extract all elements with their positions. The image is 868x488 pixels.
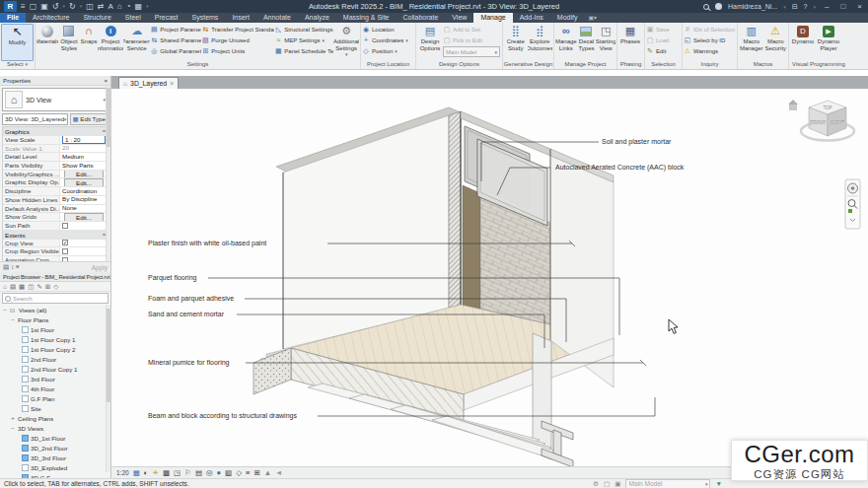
app-store-icon[interactable]: ⊟ bbox=[792, 3, 798, 11]
undo-caret-icon[interactable]: ▾ bbox=[63, 1, 66, 12]
panel-label-manage-project[interactable]: Manage Project bbox=[554, 60, 616, 69]
panel-label-select[interactable]: Select ▾ bbox=[0, 60, 35, 69]
panel-label-project-location[interactable]: Project Location bbox=[361, 60, 415, 69]
browser-add-icon[interactable]: ⊞ bbox=[45, 283, 50, 291]
help-caret-icon[interactable]: ▾ bbox=[814, 4, 817, 10]
section-graphics[interactable]: Graphics^ bbox=[3, 127, 108, 136]
view-cube-home-icon[interactable] bbox=[788, 100, 798, 105]
dynamo-button[interactable]: D Dynamo bbox=[790, 24, 816, 61]
view-tab-3d-layered[interactable]: ⌂ 3D_Layered × bbox=[118, 77, 179, 89]
model-view[interactable]: TOP FRONT RIGHT bbox=[111, 89, 868, 466]
browser-columns-icon[interactable]: ◫ bbox=[28, 283, 34, 291]
annotation-parquet[interactable]: Parquet flooring bbox=[148, 274, 196, 281]
properties-scrollbar[interactable] bbox=[106, 86, 110, 261]
tree-item-floor-plan[interactable]: G.F Plan bbox=[0, 393, 110, 403]
tree-item-3d-view[interactable]: 3D_3rd Floor bbox=[0, 453, 110, 462]
annotation-beam-block[interactable]: Beam and block according to structural d… bbox=[148, 412, 297, 419]
global-parameters-button[interactable]: ◎Global Parameters bbox=[150, 45, 201, 56]
project-browser-close-icon[interactable]: × bbox=[109, 272, 110, 281]
mep-settings-button[interactable]: ≈MEP Settings▾ bbox=[274, 35, 333, 45]
section-extents[interactable]: Extents^ bbox=[3, 231, 108, 240]
user-caret-icon[interactable]: ▾ bbox=[783, 4, 786, 10]
help-icon[interactable]: ? bbox=[804, 3, 808, 10]
panel-label-phasing[interactable]: Phasing bbox=[617, 60, 644, 69]
apply-button[interactable]: Apply bbox=[92, 264, 108, 271]
visual-style-icon[interactable]: ◐ bbox=[144, 467, 149, 478]
project-information-button[interactable]: i Project Information bbox=[98, 24, 123, 61]
view-options-icon[interactable]: ⊞ bbox=[253, 467, 259, 478]
shared-parameters-button[interactable]: ⇆Shared Parameters bbox=[150, 35, 201, 45]
panel-label-macros[interactable]: Macros bbox=[738, 60, 788, 69]
panel-schedule-templates-button[interactable]: ▦Panel Schedule Templates▾ bbox=[274, 45, 333, 56]
tree-item-floor-plan[interactable]: 1st Floor Copy 2 bbox=[0, 344, 110, 354]
macro-security-button[interactable]: ⚠ Macro Security bbox=[763, 24, 787, 61]
create-study-button[interactable]: ⣿ Create Study bbox=[504, 24, 528, 61]
edit-selection-button[interactable]: ✎Edit bbox=[646, 45, 681, 56]
sun-path-icon[interactable]: ☀ bbox=[152, 467, 159, 478]
tree-item-3d-view[interactable]: 3D_1st Floor bbox=[0, 433, 110, 443]
save-icon[interactable]: ▣ bbox=[40, 1, 48, 12]
show-grids-edit-button[interactable]: Edit... bbox=[64, 213, 104, 221]
panel-label-selection[interactable]: Selection bbox=[645, 60, 682, 69]
tab-analyze[interactable]: Analyze bbox=[298, 13, 336, 23]
tree-item-floor-plan[interactable]: 3rd Floor bbox=[0, 374, 110, 383]
redo-caret-icon[interactable]: ▾ bbox=[80, 1, 83, 12]
show-hidden-lines-value[interactable]: By Discipline bbox=[60, 196, 108, 204]
browser-scrollbar[interactable] bbox=[106, 305, 110, 472]
properties-close-icon[interactable]: × bbox=[104, 76, 108, 85]
warnings-button[interactable]: ⚠Warnings bbox=[684, 45, 736, 56]
browser-edit-icon[interactable]: ✎ bbox=[36, 283, 41, 291]
tab-view[interactable]: View bbox=[445, 13, 473, 23]
view-cube[interactable]: TOP FRONT RIGHT bbox=[788, 100, 854, 141]
tree-item-floor-plan[interactable]: 1st Floor Copy 1 bbox=[0, 334, 110, 344]
tab-massing-site[interactable]: Massing & Site bbox=[336, 13, 397, 23]
additional-settings-button[interactable]: ⚙ Additional Settings▾ bbox=[333, 24, 359, 61]
analytical-model-icon[interactable]: ▧ bbox=[225, 467, 232, 478]
design-options-status-icon[interactable]: ▣ bbox=[615, 480, 620, 488]
panel-label-design-options[interactable]: Design Options bbox=[416, 60, 502, 69]
crop-region-visible-checkbox[interactable] bbox=[62, 248, 68, 254]
annotation-soil-plaster[interactable]: Soil and plaster mortar bbox=[602, 138, 671, 145]
constraints-icon[interactable]: ◇ bbox=[236, 467, 242, 478]
browser-grid-icon[interactable]: ▦ bbox=[19, 283, 25, 291]
tree-item-floor-plan[interactable]: Site bbox=[0, 403, 110, 413]
transfer-project-standards-button[interactable]: ⇆Transfer Project Standards bbox=[201, 24, 274, 35]
active-design-option-select[interactable]: Main Model▾ bbox=[443, 46, 500, 57]
tree-item-3d-view[interactable]: 3D_Exploded bbox=[0, 462, 110, 472]
tab-collaborate[interactable]: Collaborate bbox=[397, 13, 446, 23]
graphic-display-edit-button[interactable]: Edit... bbox=[64, 178, 104, 186]
show-crop-region-icon[interactable]: ⚐ bbox=[184, 467, 191, 478]
temporary-hide-icon[interactable]: ▤ bbox=[195, 467, 202, 478]
browser-home-icon[interactable]: ⌂ bbox=[3, 283, 7, 290]
decal-types-button[interactable]: Decal Types bbox=[577, 24, 597, 61]
app-icon[interactable]: R bbox=[4, 1, 17, 12]
editable-only-icon[interactable]: ▢ bbox=[604, 480, 610, 488]
crop-view-checkbox[interactable]: ✓ bbox=[62, 240, 68, 245]
browser-search[interactable]: Search bbox=[2, 293, 108, 304]
active-design-option-status-select[interactable]: Main Model▾ bbox=[625, 479, 710, 488]
tree-item-3d-views[interactable]: −3D Views bbox=[0, 423, 110, 433]
macro-manager-button[interactable]: ▥ Macro Manager bbox=[739, 24, 763, 61]
close-button[interactable]: × bbox=[854, 2, 865, 11]
visibility-graphics-edit-button[interactable]: Edit... bbox=[64, 171, 104, 178]
location-button[interactable]: ◉Location bbox=[362, 24, 414, 35]
structural-settings-button[interactable]: ◺Structural Settings▾ bbox=[274, 24, 333, 35]
purge-unused-button[interactable]: ▨Purge Unused bbox=[201, 35, 274, 45]
parts-visibility-value[interactable]: Show Parts bbox=[60, 162, 108, 170]
detail-level-value[interactable]: Medium bbox=[60, 153, 108, 161]
design-options-button[interactable]: ▤ Design Options bbox=[417, 24, 443, 61]
tree-item-floor-plan[interactable]: 1st Floor bbox=[0, 324, 110, 334]
home-3d-icon[interactable]: ⌂ bbox=[117, 1, 122, 12]
search-icon[interactable] bbox=[703, 4, 709, 10]
edit-type-button[interactable]: ▦ Edit Type bbox=[70, 113, 108, 125]
tab-add-ins[interactable]: Add-Ins bbox=[513, 13, 550, 23]
qat-customize-icon[interactable]: ▾ bbox=[146, 1, 149, 12]
tree-item-views-all[interactable]: −⊡Views (all) bbox=[0, 305, 110, 314]
tree-item-3d-view[interactable]: 3D_2nd Floor bbox=[0, 443, 110, 453]
tab-annotate[interactable]: Annotate bbox=[256, 13, 298, 23]
tab-file[interactable]: File bbox=[0, 13, 26, 23]
tree-item-floor-plan[interactable]: 2nd Floor bbox=[0, 354, 110, 364]
tab-steel[interactable]: Steel bbox=[118, 13, 148, 23]
view-tab-close-icon[interactable]: × bbox=[170, 80, 174, 87]
materials-button[interactable]: Materials bbox=[36, 24, 58, 61]
